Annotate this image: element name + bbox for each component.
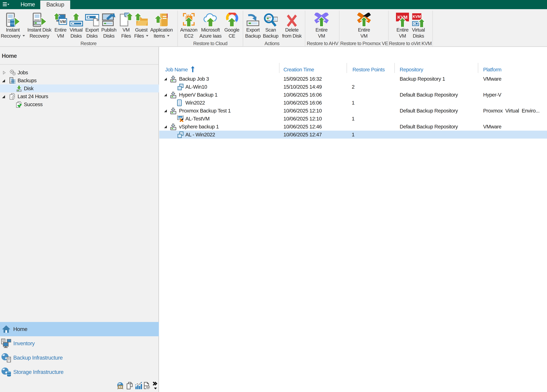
svg-text:KVM: KVM: [413, 14, 421, 19]
